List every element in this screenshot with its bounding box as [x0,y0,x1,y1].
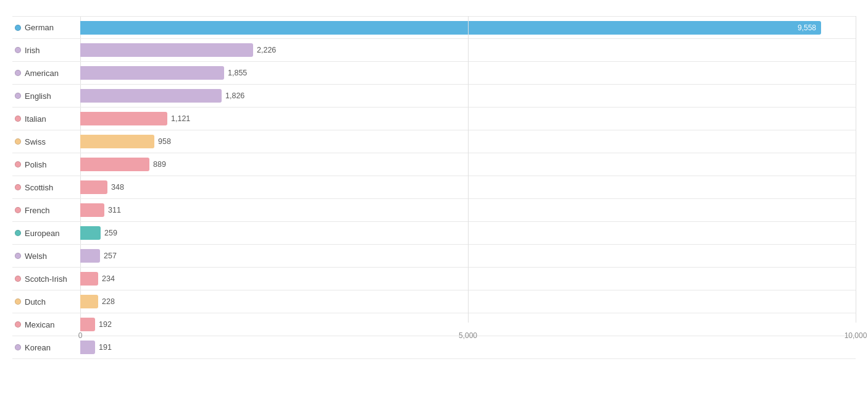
label-dot [15,298,21,305]
bar-fill [80,180,107,194]
bar-label-text: European [25,229,59,238]
bar-label-text: Korean [25,343,51,352]
x-tick: 5,000 [459,331,477,340]
bar-label-text: Welsh [25,252,47,261]
bar-row: Dutch228 [12,290,856,313]
bar-value: 958 [158,137,171,146]
bar-fill [80,66,224,80]
bar-value: 228 [102,297,115,306]
bar-label-text: Irish [25,46,40,55]
bar-label-text: Polish [25,160,46,169]
label-dot [15,276,21,282]
bar-label-text: Swiss [25,137,46,146]
bar-value: 257 [104,252,117,260]
label-dot [15,207,21,213]
label-dot [15,70,21,76]
bar-label-text: Mexican [25,320,54,329]
bar-row: Irish2,226 [12,39,856,62]
bar-label: German [12,23,80,32]
label-dot [15,138,21,145]
label-dot [15,230,21,236]
bar-label-text: Scotch-Irish [25,274,67,284]
label-dot [15,47,21,53]
bar-row: Swiss958 [12,130,856,153]
bar-label: Scotch-Irish [12,274,80,284]
label-dot [15,321,21,328]
bar-label: Welsh [12,252,80,261]
bar-label: Mexican [12,320,80,329]
bar-fill [80,272,98,286]
bar-label-text: Italian [25,114,46,124]
bar-value-inside: 9,558 [798,23,816,32]
bar-label: Italian [12,114,80,124]
bar-row: Scottish348 [12,176,856,199]
bar-label-text: English [25,91,51,101]
bar-fill [80,89,222,103]
bar-fill: 9,558 [80,21,821,35]
bar-value: 311 [108,206,121,214]
gridline [856,16,856,323]
bar-value: 2,226 [257,46,276,54]
bar-row: French311 [12,199,856,222]
bar-value: 1,121 [171,114,190,123]
x-tick: 10,000 [845,331,867,340]
bar-fill [80,112,167,125]
bar-value: 234 [102,274,115,283]
bar-label-text: Scottish [25,183,53,192]
label-dot [15,93,21,99]
label-dot [15,253,21,259]
bar-label: Swiss [12,137,80,146]
bar-label-text: American [25,69,59,78]
bar-label-text: Dutch [25,297,46,307]
bar-label-text: French [25,206,49,215]
bar-label: French [12,206,80,215]
bar-fill [80,295,98,308]
label-dot [15,344,21,350]
bar-fill [80,158,149,171]
bar-row: Welsh257 [12,245,856,268]
bar-label: Irish [12,46,80,55]
bar-value: 259 [104,229,117,237]
bar-value: 1,826 [225,91,244,100]
bar-value: 889 [153,160,166,169]
label-dot [15,25,21,31]
bar-label: English [12,91,80,101]
bar-row: Scotch-Irish234 [12,268,856,290]
bar-label: European [12,229,80,238]
bar-value: 191 [99,343,112,352]
bar-fill [80,249,100,263]
bar-row: American1,855 [12,62,856,85]
bar-label: American [12,69,80,78]
bar-label: Polish [12,160,80,169]
bar-fill [80,203,104,217]
bar-fill [80,135,154,148]
bar-row: European259 [12,222,856,245]
bar-label: Korean [12,343,80,352]
bar-value: 1,855 [228,69,247,77]
chart-container: German9,558Irish2,226American1,855Englis… [0,0,868,398]
chart-area: German9,558Irish2,226American1,855Englis… [12,16,856,341]
label-dot [15,184,21,190]
bar-fill [80,43,253,57]
bar-row: English1,826 [12,85,856,108]
bar-fill [80,226,101,240]
bar-label-text: German [25,23,54,32]
bar-value: 348 [111,183,124,192]
bar-row: Italian1,121 [12,108,856,130]
bars-section: German9,558Irish2,226American1,855Englis… [12,16,856,323]
label-dot [15,116,21,122]
bar-row: German9,558 [12,16,856,39]
bar-label: Scottish [12,183,80,192]
gridline [468,16,469,323]
x-tick: 0 [78,331,83,340]
label-dot [15,161,21,167]
bar-fill [80,341,95,354]
bar-label: Dutch [12,297,80,307]
bar-row: Polish889 [12,153,856,176]
x-axis: 05,00010,000 [80,323,856,341]
